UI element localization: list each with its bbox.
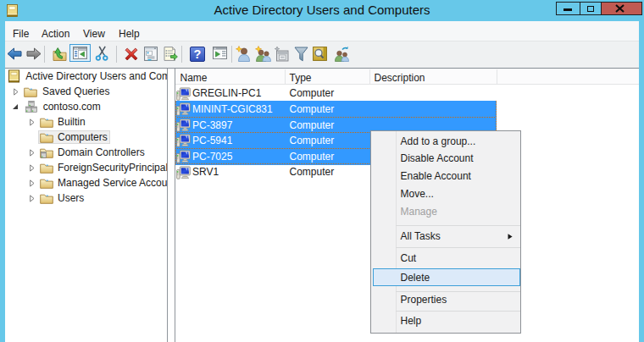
svg-text:?: ?: [194, 47, 202, 61]
